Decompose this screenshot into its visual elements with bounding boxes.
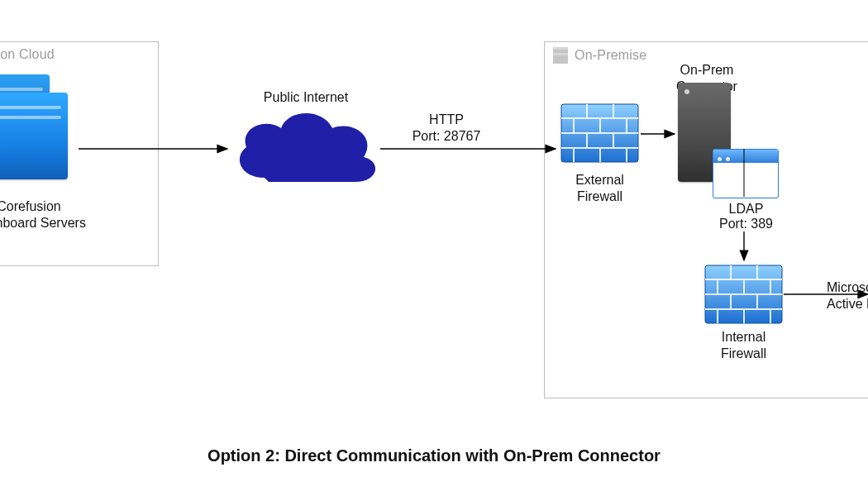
onprem-group-title: On-Premise [575,48,646,63]
onprem-group-header: On-Premise [553,47,646,64]
dashboard-servers-icon [0,74,79,182]
server-rack-icon [553,47,568,64]
ldap-protocol-label: LDAP [707,201,785,217]
ldap-port-label: Port: 389 [707,216,785,232]
diagram-caption: Option 2: Direct Communication with On-P… [0,446,868,465]
http-port-label: Port: 28767 [393,128,500,145]
cloud-group-title: Corefusion Cloud [0,47,55,62]
ldap-window-icon [713,149,777,200]
cloud-icon [223,99,389,198]
server-icon [0,93,68,179]
diagram-canvas: Corefusion Cloud On-Premise CorefusionDa… [0,0,868,496]
http-protocol-label: HTTP [393,112,500,128]
dashboard-servers-label: CorefusionDashboard Servers [0,198,107,231]
internal-firewall-label: InternalFirewall [704,329,783,362]
active-directory-label: MicrosoftActive Directory [827,279,868,312]
external-firewall-label: ExternalFirewall [560,172,639,205]
